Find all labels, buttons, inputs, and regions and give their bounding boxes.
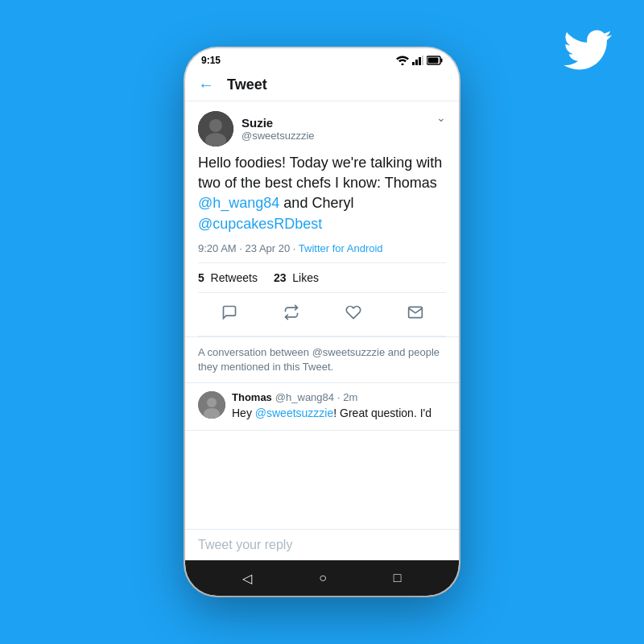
avatar-image [198, 111, 233, 147]
mention-cupcakes[interactable]: @cupcakesRDbest [198, 216, 322, 232]
reply-input-area[interactable]: Tweet your reply [185, 529, 459, 560]
tweet-stats: 5 Retweets 23 Likes [198, 262, 446, 293]
main-tweet: Suzie @sweetsuzzzie ⌄ Hello foodies! Tod… [185, 101, 459, 337]
reply-action-button[interactable] [217, 299, 242, 329]
time-display: 9:15 [201, 55, 221, 66]
svg-rect-7 [428, 58, 439, 64]
like-action-button[interactable] [341, 299, 366, 329]
battery-icon [427, 56, 443, 65]
tweet-user-info: Suzie @sweetsuzzzie [198, 111, 315, 147]
twitter-logo [564, 26, 612, 74]
android-back-button[interactable]: ◁ [242, 571, 252, 586]
tweet-nav-bar: ← Tweet [185, 69, 459, 101]
android-recents-button[interactable]: □ [394, 571, 402, 585]
reply-user-name: Thomas [232, 391, 272, 403]
status-icons [396, 56, 443, 65]
svg-point-9 [209, 119, 222, 132]
tweet-actions-bar [198, 293, 446, 336]
reply-time: · 2m [337, 391, 357, 403]
svg-rect-2 [415, 60, 418, 65]
retweet-count: 5 Retweets [198, 271, 258, 284]
status-bar: 9:15 [185, 48, 459, 69]
dm-action-button[interactable] [402, 299, 428, 329]
phone-frame: 9:15 [185, 48, 459, 596]
signal-icon [412, 56, 423, 65]
reply-mention[interactable]: @sweetsuzzzie [255, 407, 333, 419]
svg-point-12 [207, 398, 217, 407]
svg-point-0 [402, 64, 404, 66]
user-handle: @sweetsuzzzie [242, 130, 315, 142]
conversation-notice: A conversation between @sweetsuzzzie and… [185, 337, 459, 383]
reply-placeholder[interactable]: Tweet your reply [198, 538, 292, 551]
retweet-action-button[interactable] [279, 299, 304, 329]
tweet-header: Suzie @sweetsuzzzie ⌄ [198, 111, 446, 147]
reply-user-handle: @h_wang84 [275, 391, 334, 403]
tweet-source[interactable]: Twitter for Android [299, 242, 383, 254]
likes-count: 23 Likes [274, 271, 319, 284]
tweet-body: Hello foodies! Today we're talking with … [198, 153, 446, 234]
user-name: Suzie [242, 116, 315, 130]
wifi-icon [396, 56, 409, 65]
tweet-content: Suzie @sweetsuzzzie ⌄ Hello foodies! Tod… [185, 101, 459, 560]
reply-text: Hey @sweetsuzzzie! Great question. I'd [232, 406, 431, 422]
nav-title: Tweet [227, 76, 267, 93]
svg-rect-6 [441, 59, 443, 63]
android-home-button[interactable]: ○ [319, 571, 327, 585]
avatar [198, 111, 233, 147]
svg-rect-3 [419, 57, 421, 65]
reply-content: Thomas @h_wang84 · 2m Hey @sweetsuzzzie!… [232, 391, 431, 422]
svg-rect-4 [422, 56, 423, 65]
reply-avatar [198, 391, 225, 419]
tweet-timestamp: 9:20 AM · 23 Apr 20 · Twitter for Androi… [198, 242, 446, 254]
android-nav-bar: ◁ ○ □ [185, 560, 459, 596]
reply-tweet-item: Thomas @h_wang84 · 2m Hey @sweetsuzzzie!… [185, 383, 459, 431]
back-button[interactable]: ← [198, 76, 214, 94]
reply-header: Thomas @h_wang84 · 2m [232, 391, 431, 403]
more-options-icon[interactable]: ⌄ [436, 111, 446, 124]
user-details: Suzie @sweetsuzzzie [242, 116, 315, 142]
svg-rect-1 [412, 62, 415, 65]
mention-h-wang[interactable]: @h_wang84 [198, 195, 279, 211]
